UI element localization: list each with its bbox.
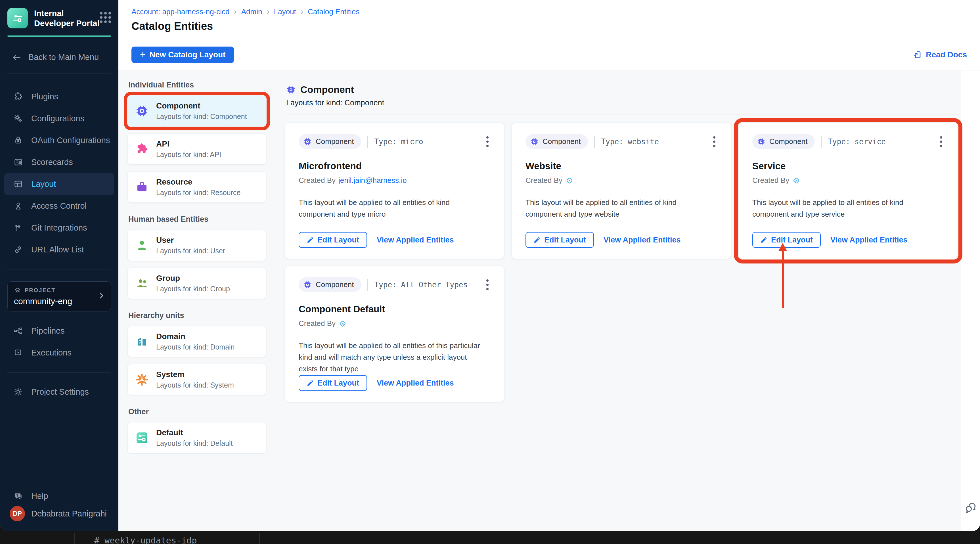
kind-badge: Component	[752, 134, 815, 149]
layout-description: This layout will be applied to all entit…	[299, 197, 480, 220]
building-icon	[135, 334, 150, 349]
project-selector[interactable]: PROJECT community-eng	[7, 282, 111, 312]
new-catalog-layout-button[interactable]: + New Catalog Layout	[132, 46, 234, 63]
created-by: Created By jenil.jain@harness.io	[299, 176, 490, 185]
view-applied-entities-link[interactable]: View Applied Entities	[377, 235, 454, 245]
layers-icon	[14, 287, 21, 294]
help-nav: ? Help	[0, 486, 118, 506]
page-title: Catalog Entities	[132, 20, 967, 32]
view-applied-entities-link[interactable]: View Applied Entities	[603, 235, 681, 245]
sidebar-item-scorecards[interactable]: Scorecards	[0, 151, 118, 173]
view-applied-entities-link[interactable]: View Applied Entities	[377, 379, 454, 388]
back-label: Back to Main Menu	[29, 52, 99, 62]
chip-icon	[286, 85, 296, 95]
settings-nav: Project Settings	[0, 381, 118, 403]
group-icon	[135, 276, 150, 291]
app-switcher-grid-icon[interactable]	[100, 12, 111, 23]
pipeline-icon	[13, 326, 24, 336]
user-menu[interactable]: DP Debabrata Panigrahi	[0, 506, 118, 531]
gear-outline-icon	[13, 387, 24, 397]
edit-layout-button[interactable]: Edit Layout	[752, 232, 821, 248]
chat-widget-icon[interactable]	[964, 500, 978, 514]
section-heading: Human based Entities	[128, 215, 266, 224]
gear-icon	[135, 372, 150, 387]
entity-kind-domain[interactable]: Domain Layouts for kind: Domain	[128, 326, 266, 357]
divider	[594, 136, 595, 148]
read-docs-link[interactable]: Read Docs	[913, 50, 967, 59]
kind-badge: Component	[525, 134, 588, 149]
kind-badge: Component	[299, 134, 361, 149]
edit-layout-button[interactable]: Edit Layout	[299, 375, 367, 391]
type-label: Type: website	[601, 137, 659, 146]
layout-card-website: Component Type: website Website Created …	[512, 123, 731, 259]
sidebar-item-help[interactable]: ? Help	[0, 486, 118, 506]
entity-kind-panel: Individual Entities Component	[118, 70, 277, 531]
chevron-separator: ›	[234, 7, 237, 16]
breadcrumb-catalog-entities[interactable]: Catalog Entities	[308, 7, 360, 16]
user-icon	[135, 238, 150, 253]
breadcrumb-account[interactable]: Account: app-harness-ng-cicd	[132, 7, 229, 16]
sidebar-item-layout[interactable]: Layout	[4, 173, 114, 195]
chevron-separator: ›	[301, 7, 303, 16]
avatar: DP	[10, 506, 25, 521]
sidebar-header: Internal Developer Portal	[0, 0, 118, 29]
arrow-left-icon	[12, 52, 22, 62]
puzzle-icon	[13, 92, 24, 101]
puzzle-piece-icon	[135, 142, 150, 156]
entity-kind-user[interactable]: User Layouts for kind: User	[128, 230, 266, 261]
sidebar-item-access-control[interactable]: Access Control	[0, 195, 118, 217]
entity-kind-default[interactable]: Default Layouts for kind: Default	[128, 423, 266, 453]
layout-title: Component Default	[299, 304, 490, 315]
edit-layout-button[interactable]: Edit Layout	[299, 232, 367, 248]
entity-kind-resource[interactable]: Resource Layouts for kind: Resource	[128, 172, 266, 202]
sidebar-spacer	[0, 403, 118, 474]
sidebar-item-url-allow-list[interactable]: URL Allow List	[0, 239, 118, 261]
back-to-main-menu[interactable]: Back to Main Menu	[0, 49, 118, 65]
project-eyebrow: PROJECT	[25, 287, 56, 294]
sidebar-item-plugins[interactable]: Plugins	[0, 86, 118, 108]
sidebar-item-project-settings[interactable]: Project Settings	[0, 381, 118, 403]
breadcrumb: Account: app-harness-ng-cicd › Admin › L…	[132, 7, 967, 16]
entity-kind-system[interactable]: System Layouts for kind: System	[128, 364, 266, 395]
doc-arrow-icon	[913, 50, 923, 59]
sidebar-item-pipelines[interactable]: Pipelines	[0, 320, 118, 342]
layout-title: Service	[752, 161, 944, 172]
sidebar-item-executions[interactable]: Executions	[0, 342, 118, 364]
chip-icon	[135, 103, 150, 118]
sidebar-item-oauth-configurations[interactable]: OAuth Configurations	[0, 129, 118, 151]
entity-kind-component[interactable]: Component Layouts for kind: Component	[128, 96, 266, 126]
help-chat-icon: ?	[13, 491, 24, 501]
layout-icon	[13, 179, 24, 189]
layout-card-microfrontend: Component Type: micro Microfrontend Crea…	[285, 123, 504, 259]
layout-description: This layout will be applied to all entit…	[752, 197, 934, 220]
kebab-menu-icon[interactable]	[485, 278, 490, 292]
scorecard-icon	[13, 157, 24, 167]
divider	[368, 136, 368, 148]
layout-title: Microfrontend	[299, 161, 490, 172]
link-icon	[13, 245, 24, 255]
view-applied-entities-link[interactable]: View Applied Entities	[830, 235, 908, 245]
breadcrumb-admin[interactable]: Admin	[241, 7, 262, 16]
kebab-menu-icon[interactable]	[938, 135, 944, 149]
kebab-menu-icon[interactable]	[711, 135, 717, 149]
chevron-right-icon	[97, 291, 106, 300]
divider	[7, 372, 111, 372]
kebab-menu-icon[interactable]	[485, 135, 490, 149]
briefcase-icon	[135, 180, 150, 194]
sidebar-item-configurations[interactable]: Configurations	[0, 108, 118, 129]
gears-icon	[13, 114, 24, 123]
lock-icon	[13, 135, 24, 145]
edit-layout-button[interactable]: Edit Layout	[525, 232, 594, 248]
breadcrumb-layout[interactable]: Layout	[274, 7, 296, 16]
divider	[259, 533, 260, 544]
entity-kind-api[interactable]: API Layouts for kind: API	[128, 134, 266, 164]
sidebar-item-git-integrations[interactable]: Git Integrations	[0, 217, 118, 239]
page-header: Account: app-harness-ng-cicd › Admin › L…	[118, 0, 980, 39]
entity-kind-group[interactable]: Group Layouts for kind: Group	[128, 268, 266, 299]
slack-channel-label: # weekly-updates-idp	[94, 536, 197, 544]
plus-icon: +	[140, 49, 146, 60]
play-icon	[13, 348, 24, 358]
creator-email-link[interactable]: jenil.jain@harness.io	[339, 176, 407, 185]
brand-divider	[7, 35, 111, 37]
divider	[285, 114, 961, 115]
